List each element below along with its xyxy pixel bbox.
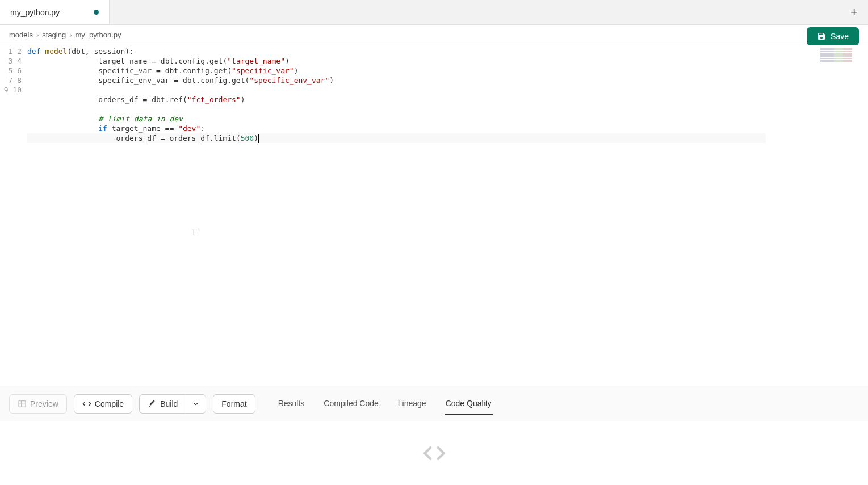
tab-lineage[interactable]: Lineage xyxy=(397,393,427,415)
code-editor[interactable]: 1 2 3 4 5 6 7 8 9 10 def model(dbt, sess… xyxy=(0,45,868,386)
breadcrumb-item[interactable]: models xyxy=(9,31,33,39)
results-body xyxy=(0,421,868,485)
build-button-group: Build xyxy=(139,394,206,414)
breadcrumb: models › staging › my_python.py xyxy=(9,31,121,39)
code-content[interactable]: def model(dbt, session): target_name = d… xyxy=(27,45,334,386)
hammer-icon xyxy=(148,399,157,408)
bottom-panel: Preview Compile Build Format Results Com… xyxy=(0,386,868,485)
add-tab-button[interactable]: + xyxy=(840,5,868,20)
tab-results[interactable]: Results xyxy=(277,393,306,415)
result-tabs: Results Compiled Code Lineage Code Quali… xyxy=(277,393,493,415)
build-dropdown-button[interactable] xyxy=(186,394,206,414)
preview-button[interactable]: Preview xyxy=(9,394,67,414)
topbar: models › staging › my_python.py Save xyxy=(0,25,868,45)
breadcrumb-item[interactable]: my_python.py xyxy=(76,31,121,39)
chevron-right-icon: › xyxy=(69,31,72,39)
file-tab-label: my_python.py xyxy=(10,8,60,17)
build-label: Build xyxy=(160,399,178,408)
svg-rect-0 xyxy=(19,401,26,407)
preview-label: Preview xyxy=(30,399,58,408)
table-icon xyxy=(18,399,27,408)
code-placeholder-icon xyxy=(423,442,446,465)
tab-code-quality[interactable]: Code Quality xyxy=(445,393,493,415)
line-number-gutter: 1 2 3 4 5 6 7 8 9 10 xyxy=(0,45,27,386)
tab-bar: my_python.py + xyxy=(0,0,868,25)
text-cursor-icon: 𝙸 xyxy=(190,227,198,237)
file-tab[interactable]: my_python.py xyxy=(0,0,110,24)
chevron-down-icon xyxy=(192,400,200,408)
compile-label: Compile xyxy=(95,399,124,408)
action-row: Preview Compile Build Format Results Com… xyxy=(0,386,868,421)
unsaved-indicator-icon xyxy=(94,10,99,15)
format-button[interactable]: Format xyxy=(213,394,255,414)
code-icon xyxy=(82,399,91,408)
breadcrumb-item[interactable]: staging xyxy=(42,31,66,39)
tab-compiled-code[interactable]: Compiled Code xyxy=(322,393,380,415)
chevron-right-icon: › xyxy=(36,31,39,39)
save-button-label: Save xyxy=(831,32,849,41)
format-label: Format xyxy=(221,399,246,408)
compile-button[interactable]: Compile xyxy=(74,394,132,414)
minimap[interactable] xyxy=(820,48,866,65)
save-icon xyxy=(817,32,826,41)
save-button[interactable]: Save xyxy=(807,27,859,45)
build-button[interactable]: Build xyxy=(139,394,186,414)
